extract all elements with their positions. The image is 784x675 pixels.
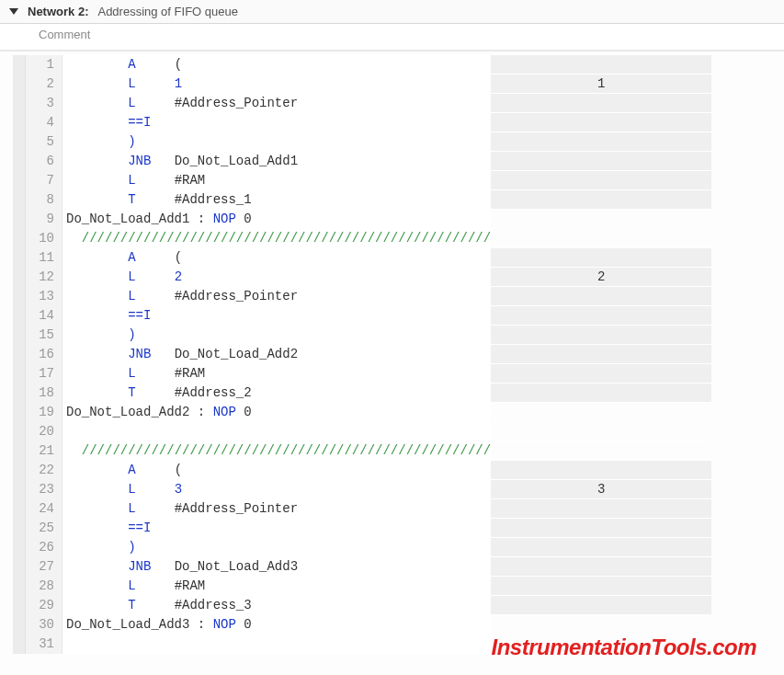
code-line[interactable]: L #RAM (62, 577, 491, 596)
code-line[interactable]: ==I (62, 519, 491, 538)
line-number: 14 (26, 306, 62, 326)
line-number: 26 (26, 538, 62, 557)
code-line[interactable]: A ( (62, 248, 491, 268)
code-line[interactable]: T #Address_3 (62, 596, 491, 615)
line-number: 6 (26, 152, 62, 171)
line-number: 16 (26, 345, 62, 364)
network-number-label: Network 2: (28, 5, 88, 18)
code-line[interactable]: Do_Not_Load_Add2 : NOP 0 (62, 403, 491, 422)
line-number: 4 (26, 113, 62, 132)
code-line[interactable]: L 1 (62, 74, 491, 94)
line-number: 8 (26, 190, 62, 210)
monitor-value (491, 94, 711, 113)
code-line[interactable] (62, 422, 491, 441)
code-line[interactable]: T #Address_2 (62, 383, 491, 403)
code-line[interactable]: L #Address_Pointer (62, 499, 491, 519)
line-number: 13 (26, 287, 62, 306)
code-line[interactable]: ////////////////////////////////////////… (62, 441, 491, 461)
monitor-value: 2 (491, 268, 711, 287)
code-line[interactable]: L #RAM (62, 364, 491, 383)
monitor-value (491, 538, 711, 557)
line-number: 24 (26, 499, 62, 519)
line-number: 7 (26, 171, 62, 190)
monitor-value: 1 (491, 74, 711, 94)
line-number: 30 (26, 615, 62, 635)
code-line[interactable]: JNB Do_Not_Load_Add3 (62, 557, 491, 577)
code-line[interactable]: ==I (62, 113, 491, 132)
line-number: 31 (26, 635, 62, 654)
monitor-value (491, 248, 711, 268)
monitor-value (491, 519, 711, 538)
code-line[interactable] (62, 635, 491, 654)
monitor-value (491, 152, 711, 171)
line-number: 12 (26, 268, 62, 287)
monitor-value (491, 113, 711, 132)
monitor-value (491, 229, 711, 248)
code-line[interactable]: Do_Not_Load_Add1 : NOP 0 (62, 210, 491, 229)
code-line[interactable]: ==I (62, 306, 491, 326)
monitor-value (491, 132, 711, 152)
line-number: 18 (26, 383, 62, 403)
code-line[interactable]: ) (62, 132, 491, 152)
line-number: 28 (26, 577, 62, 596)
monitor-value (491, 403, 711, 422)
monitor-value (491, 190, 711, 210)
line-number: 2 (26, 74, 62, 94)
value-column: 123 (491, 55, 711, 654)
line-number: 3 (26, 94, 62, 113)
line-number: 25 (26, 519, 62, 538)
code-line[interactable]: L #Address_Pointer (62, 287, 491, 306)
line-number: 20 (26, 422, 62, 441)
line-number: 5 (26, 132, 62, 152)
code-column[interactable]: A ( L 1 L #Address_Pointer ==I ) JNB Do_… (62, 55, 491, 654)
code-line[interactable]: ) (62, 538, 491, 557)
monitor-value (491, 364, 711, 383)
monitor-value (491, 615, 711, 635)
line-number: 1 (26, 55, 62, 74)
code-line[interactable]: L 2 (62, 268, 491, 287)
line-number: 19 (26, 403, 62, 422)
line-number: 27 (26, 557, 62, 577)
folding-margin (13, 55, 26, 654)
line-number: 17 (26, 364, 62, 383)
line-number: 9 (26, 210, 62, 229)
code-line[interactable]: L 3 (62, 480, 491, 499)
monitor-value (491, 210, 711, 229)
monitor-value (491, 306, 711, 326)
code-line[interactable]: JNB Do_Not_Load_Add2 (62, 345, 491, 364)
code-line[interactable]: L #Address_Pointer (62, 94, 491, 113)
code-line[interactable]: T #Address_1 (62, 190, 491, 210)
line-number: 11 (26, 248, 62, 268)
monitor-value (491, 171, 711, 190)
code-line[interactable]: A ( (62, 461, 491, 480)
monitor-value (491, 596, 711, 615)
line-number: 10 (26, 229, 62, 248)
monitor-value (491, 577, 711, 596)
line-number: 21 (26, 441, 62, 461)
monitor-value (491, 461, 711, 480)
monitor-value (491, 326, 711, 345)
code-line[interactable]: A ( (62, 55, 491, 74)
monitor-value (491, 441, 711, 461)
code-line[interactable]: ) (62, 326, 491, 345)
line-number: 23 (26, 480, 62, 499)
network-header: Network 2: Addressing of FIFO queue (0, 0, 784, 24)
network-comment-field[interactable]: Comment (0, 24, 784, 51)
code-line[interactable]: Do_Not_Load_Add3 : NOP 0 (62, 615, 491, 635)
code-line[interactable]: ////////////////////////////////////////… (62, 229, 491, 248)
monitor-value (491, 383, 711, 403)
monitor-value (491, 287, 711, 306)
line-number: 15 (26, 326, 62, 345)
line-number: 29 (26, 596, 62, 615)
watermark-text: InstrumentationTools.com (492, 635, 756, 660)
code-line[interactable]: L #RAM (62, 171, 491, 190)
collapse-caret-icon[interactable] (9, 8, 18, 15)
network-title[interactable]: Addressing of FIFO queue (97, 5, 237, 18)
line-number-gutter: 1234567891011121314151617181920212223242… (26, 55, 62, 654)
monitor-value (491, 422, 711, 441)
code-editor: 1234567891011121314151617181920212223242… (0, 51, 784, 654)
line-number: 22 (26, 461, 62, 480)
code-line[interactable]: JNB Do_Not_Load_Add1 (62, 152, 491, 171)
monitor-value (491, 557, 711, 577)
monitor-value (491, 499, 711, 519)
